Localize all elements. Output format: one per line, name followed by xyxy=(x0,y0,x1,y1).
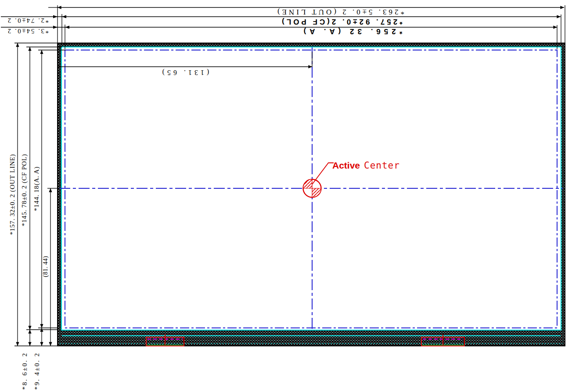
dim-outline-ledge-label: *9. 4±0. 2 xyxy=(33,352,40,390)
dim-center-horizontal-label: (131. 65) xyxy=(160,68,209,76)
dim-left-cfpol-label: *145. 78±0. 2 (CF POL) xyxy=(21,154,28,226)
dim-cf-ledge-label: *8. 6±0. 2 xyxy=(21,352,28,390)
dim-aa-inset-label: *3. 54±0. 2 xyxy=(7,28,49,35)
dim-cf-inset-label: *2. 74±0. 2 xyxy=(7,17,49,24)
active-label: Active xyxy=(332,160,360,170)
dim-top-cfpol-label: *257. 92±0. 2(CF POL) xyxy=(280,18,403,26)
arrow-cf-inset-left xyxy=(53,15,58,18)
arrow-cf-inset-right xyxy=(62,15,66,18)
active-center-label: ActiveCenter xyxy=(332,160,400,171)
center-label: Center xyxy=(364,160,400,171)
arrow-aa-inset-right xyxy=(65,26,69,29)
drawing-canvas: ActiveCenter xyxy=(0,0,572,392)
dim-center-to-bottom-label: (81. 44) xyxy=(42,256,49,277)
dim-top-aa-label: *256. 32 (A. A) xyxy=(300,27,403,36)
panel-drawing-svg: ActiveCenter xyxy=(0,0,572,392)
arrow-aa-inset-left xyxy=(53,26,58,29)
dim-top-outline-label: *263. 5±0. 2 (OUT LINE) xyxy=(275,8,404,16)
dim-left-outline-label: *157. 32±0. 2 (OUT LINE) xyxy=(9,154,16,235)
dim-left-aa-label: *144. 18(A. A) xyxy=(33,166,40,211)
